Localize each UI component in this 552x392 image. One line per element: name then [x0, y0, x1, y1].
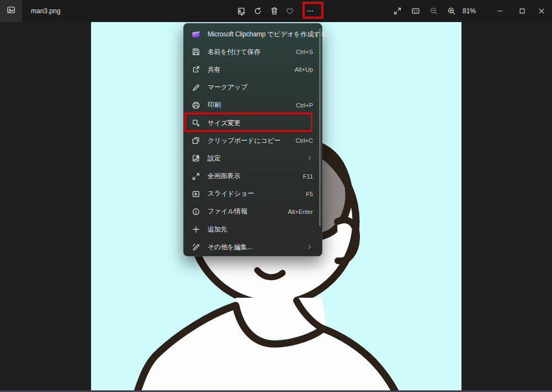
more-options-menu: Microsoft Clipchamp でビデオを作成する名前を付けて保存Ctr… — [183, 23, 322, 256]
menu-item-shortcut: Ctrl+C — [296, 137, 313, 144]
menu-item-label: ファイル情報 — [208, 207, 247, 216]
menu-item-label: 追加先 — [208, 225, 227, 234]
menu-item-shortcut: F5 — [306, 191, 313, 197]
menu-item-label: 印刷 — [208, 100, 221, 110]
settings-icon — [192, 154, 200, 163]
menu-item-shortcut: Ctrl+S — [296, 49, 313, 55]
menu-item-shortcut: Ctrl+P — [296, 102, 313, 109]
menu-item-label: 名前を付けて保存 — [208, 47, 260, 57]
menu-item-label: 共有 — [208, 65, 221, 74]
fit-to-window-button[interactable] — [390, 4, 405, 18]
rotate-icon — [253, 7, 262, 15]
markup-icon — [192, 83, 200, 92]
chevron-right-icon — [306, 244, 313, 250]
menu-item-print[interactable]: 印刷Ctrl+P — [184, 96, 322, 114]
close-icon — [538, 7, 545, 15]
maximize-button[interactable] — [511, 0, 533, 22]
edit-external-icon — [192, 243, 200, 251]
add-icon — [192, 225, 200, 234]
menu-item-label: クリップボードにコピー — [208, 136, 280, 146]
app-button[interactable] — [0, 0, 22, 22]
menu-item-fullscreen[interactable]: 全画面表示F11 — [184, 168, 322, 185]
svg-text:1:1: 1:1 — [413, 9, 418, 13]
menu-item-settings[interactable]: 設定 — [184, 149, 322, 167]
close-button[interactable] — [531, 0, 552, 22]
favorite-button[interactable] — [283, 4, 297, 18]
zoom-level-label: 81% — [463, 0, 476, 22]
menu-item-save-as[interactable]: 名前を付けて保存Ctrl+S — [184, 43, 322, 61]
photo-icon — [7, 6, 15, 17]
minimize-button[interactable] — [489, 0, 511, 22]
menu-item-label: マークアップ — [208, 83, 247, 92]
menu-item-slideshow[interactable]: スライドショーF5 — [184, 185, 322, 203]
zoom-in-icon — [447, 7, 456, 15]
menu-item-shortcut: Alt+Enter — [288, 208, 313, 215]
delete-button[interactable] — [267, 4, 282, 18]
actual-size-icon: 1:1 — [411, 7, 420, 15]
file-title: man3.png — [31, 0, 60, 22]
menu-item-label: 全画面表示 — [208, 171, 240, 181]
share-icon — [192, 65, 200, 74]
fit-screen-icon — [393, 7, 402, 15]
maximize-icon — [518, 7, 526, 15]
rotate-button[interactable] — [251, 4, 265, 18]
delete-icon — [270, 7, 279, 15]
edit-image-button[interactable] — [234, 4, 248, 18]
actual-size-button[interactable]: 1:1 — [408, 4, 423, 18]
print-icon — [192, 101, 200, 110]
menu-item-markup[interactable]: マークアップ — [184, 79, 322, 96]
menu-item-shortcut: Alt+Up — [295, 66, 313, 73]
annotation-box-more-button — [302, 2, 323, 19]
menu-item-label: 設定 — [208, 154, 221, 163]
edit-image-icon — [237, 7, 246, 15]
menu-item-label: スライドショー — [208, 189, 254, 198]
menu-scrollbar[interactable] — [319, 29, 321, 226]
annotation-box-resize-item — [184, 112, 312, 132]
copy-icon — [192, 136, 200, 145]
menu-item-share[interactable]: 共有Alt+Up — [184, 61, 322, 78]
menu-item-label: Microsoft Clipchamp でビデオを作成する — [208, 30, 327, 39]
favorite-icon — [285, 7, 294, 15]
menu-item-edit-more[interactable]: その他を編集... — [184, 238, 322, 256]
fullscreen-icon — [192, 172, 200, 181]
zoom-in-button[interactable] — [444, 4, 459, 18]
minimize-icon — [496, 7, 504, 15]
chevron-right-icon — [306, 155, 313, 162]
menu-item-clipchamp[interactable]: Microsoft Clipchamp でビデオを作成する — [184, 25, 322, 43]
slideshow-icon — [192, 190, 200, 198]
menu-item-label: その他を編集... — [208, 243, 252, 252]
title-bar: man3.png 1:1 81% — [0, 0, 552, 22]
menu-item-shortcut: F11 — [303, 173, 313, 180]
menu-item-copy-to-clipboard[interactable]: クリップボードにコピーCtrl+C — [184, 132, 322, 149]
clipchamp-icon — [192, 30, 200, 39]
menu-item-add-to[interactable]: 追加先 — [184, 221, 322, 238]
info-icon — [192, 207, 200, 216]
zoom-out-button[interactable] — [427, 4, 441, 18]
menu-item-file-info[interactable]: ファイル情報Alt+Enter — [184, 203, 322, 221]
save-icon — [192, 47, 200, 56]
zoom-out-icon — [429, 7, 438, 15]
